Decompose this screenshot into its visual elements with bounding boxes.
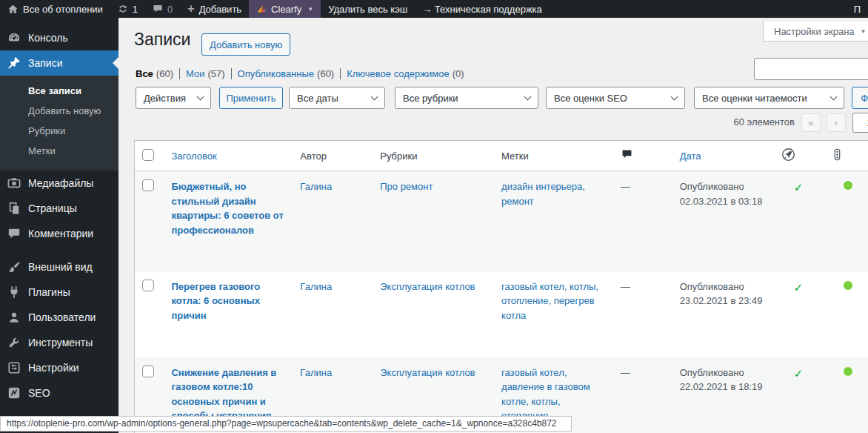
post-status: Опубликовано xyxy=(680,281,744,292)
search-input[interactable] xyxy=(754,58,868,80)
bulk-actions-select[interactable]: Действия xyxy=(136,87,211,109)
row-checkbox[interactable] xyxy=(142,179,154,191)
sidebar-item-appearance[interactable]: Внешний вид xyxy=(0,254,118,280)
home-icon xyxy=(7,4,19,15)
submenu-categories[interactable]: Рубрики xyxy=(0,121,118,141)
plus-icon: + xyxy=(187,3,194,15)
sidebar-item-pages[interactable]: Страницы xyxy=(0,196,118,221)
comment-bubble-icon xyxy=(153,4,163,14)
column-header-date[interactable]: Дата xyxy=(672,141,774,171)
account-menu[interactable]: П xyxy=(847,0,868,18)
pagination: 60 элементов « ‹ xyxy=(118,113,868,133)
post-title-link[interactable]: Бюджетный, но стильный дизайн квартиры: … xyxy=(171,181,283,236)
caret-down-icon: ▼ xyxy=(307,6,313,13)
apply-button[interactable]: Применить xyxy=(219,87,283,109)
post-title-link[interactable]: Перегрев газового котла: 6 основных прич… xyxy=(171,281,260,321)
add-new-button[interactable]: Добавить новую xyxy=(201,33,290,56)
dates-select[interactable]: Все даты xyxy=(289,87,385,109)
comments-column-icon xyxy=(621,148,633,161)
comments-menu[interactable]: 0 xyxy=(145,0,180,18)
category-link[interactable]: Эксплуатация котлов xyxy=(380,367,475,378)
view-published[interactable]: Опубликованные(60) xyxy=(238,68,341,79)
seo-icon xyxy=(7,386,21,400)
first-page-button[interactable]: « xyxy=(801,113,821,132)
cache-check-icon: ✓ xyxy=(794,367,804,380)
clearfy-menu[interactable]: Clearfy ▼ xyxy=(249,0,321,18)
admin-bar: Все об отоплении 1 0 + Добавить Clearfy … xyxy=(0,0,868,18)
new-content-menu[interactable]: + Добавить xyxy=(180,0,249,18)
category-link[interactable]: Эксплуатация котлов xyxy=(380,281,475,292)
status-bar: https://otoplenie-pro.com/wp-admin/optio… xyxy=(0,416,572,432)
media-icon xyxy=(7,176,21,191)
comments-count: — xyxy=(621,181,630,192)
column-header-author: Автор xyxy=(293,141,373,171)
category-link[interactable]: Про ремонт xyxy=(380,181,433,192)
support-menu[interactable]: → Техническая поддержка xyxy=(415,0,550,18)
seo-score-dot xyxy=(844,181,852,190)
submenu-add-new[interactable]: Добавить новую xyxy=(0,101,118,121)
clearfy-icon xyxy=(256,4,267,14)
author-link[interactable]: Галина xyxy=(300,181,332,192)
site-name-menu[interactable]: Все об отоплении xyxy=(0,0,110,18)
column-header-tags: Метки xyxy=(494,141,613,171)
cache-check-icon: ✓ xyxy=(794,181,804,194)
comments-count: — xyxy=(621,281,630,292)
author-link[interactable]: Галина xyxy=(300,281,332,292)
filter-button[interactable]: Фильтр xyxy=(852,87,868,109)
tags-links[interactable]: дизайн интерьера, ремонт xyxy=(501,181,585,207)
admin-sidebar: Консоль Записи Все записи Добавить новую… xyxy=(0,18,118,433)
post-status: Опубликовано xyxy=(680,367,744,378)
sidebar-item-posts[interactable]: Записи xyxy=(0,50,118,76)
submenu-all-posts[interactable]: Все записи xyxy=(0,81,118,101)
pages-icon xyxy=(7,201,21,216)
tools-icon xyxy=(7,335,21,350)
categories-select[interactable]: Все рубрики xyxy=(395,87,538,109)
current-page-input[interactable] xyxy=(852,113,868,133)
seo-scores-select[interactable]: Все оценки SEO xyxy=(546,87,685,109)
table-row: Бюджетный, но стильный дизайн квартиры: … xyxy=(135,171,868,271)
row-checkbox[interactable] xyxy=(142,280,154,291)
sidebar-item-settings[interactable]: Настройки xyxy=(0,355,118,380)
readability-select[interactable]: Все оценки читаемости xyxy=(694,87,844,109)
view-all[interactable]: Все(60) xyxy=(136,68,180,79)
comments-icon xyxy=(7,226,21,241)
status-bar-url: https://otoplenie-pro.com/wp-admin/optio… xyxy=(7,418,557,429)
tags-links[interactable]: газовый котел, давление в газовом котле,… xyxy=(501,367,590,422)
caret-down-icon: ▼ xyxy=(861,22,867,41)
chevron-down-icon xyxy=(371,93,378,100)
traffic-light-column-icon xyxy=(831,148,844,161)
rocket-column-icon xyxy=(781,148,795,162)
seo-score-dot xyxy=(844,281,852,290)
tags-links[interactable]: газовый котел, котлы, отопление, перегре… xyxy=(501,281,598,321)
updates-menu[interactable]: 1 xyxy=(110,0,145,18)
post-title-link[interactable]: Снижение давления в газовом котле:10 осн… xyxy=(171,367,276,422)
sidebar-item-comments[interactable]: Комментарии xyxy=(0,221,118,246)
post-date: 23.02.2021 в 23:49 xyxy=(680,295,763,306)
delete-cache-menu[interactable]: Удалить весь кэш xyxy=(321,0,415,18)
sidebar-item-dashboard[interactable]: Консоль xyxy=(0,25,118,50)
submenu-tags[interactable]: Метки xyxy=(0,141,118,161)
chevron-down-icon xyxy=(671,93,678,100)
posts-table: Заголовок Автор Рубрики Метки Дата xyxy=(134,140,868,433)
select-all-checkbox[interactable] xyxy=(142,149,154,161)
views-list: Все(60) Мои(57) Опубликованные(60) Ключе… xyxy=(136,68,476,79)
sidebar-item-plugins[interactable]: Плагины xyxy=(0,280,118,305)
view-mine[interactable]: Мои(57) xyxy=(186,68,232,79)
filter-bar: Действия Применить Все даты Все рубрики … xyxy=(118,87,868,109)
column-header-categories: Рубрики xyxy=(373,141,494,171)
screen-options-button[interactable]: Настройки экрана ▼ xyxy=(763,22,868,42)
comments-count: — xyxy=(621,367,630,378)
sidebar-item-tools[interactable]: Инструменты xyxy=(0,330,118,355)
sidebar-item-media[interactable]: Медиафайлы xyxy=(0,171,118,196)
post-status: Опубликовано xyxy=(680,181,744,192)
view-cornerstone[interactable]: Ключевое содержимое(0) xyxy=(347,68,470,79)
sidebar-item-users[interactable]: Пользователи xyxy=(0,305,118,330)
table-header-row: Заголовок Автор Рубрики Метки Дата xyxy=(135,141,868,171)
prev-page-button[interactable]: ‹ xyxy=(827,113,846,132)
row-checkbox[interactable] xyxy=(142,366,154,377)
author-link[interactable]: Галина xyxy=(300,367,332,378)
sidebar-item-seo[interactable]: SEO xyxy=(0,380,118,406)
seo-score-dot xyxy=(844,367,852,376)
column-header-title[interactable]: Заголовок xyxy=(164,141,293,171)
pushpin-icon xyxy=(7,56,21,70)
